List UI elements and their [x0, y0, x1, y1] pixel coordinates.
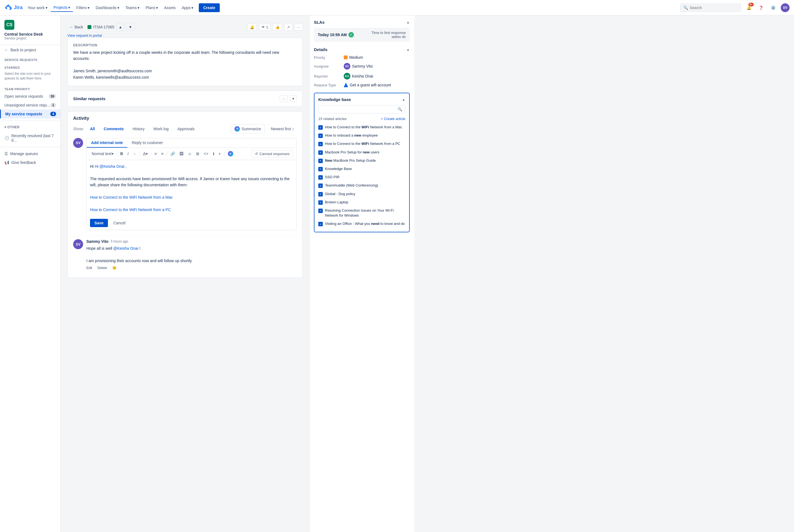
sidebar-item-unassigned[interactable]: Unassigned service requ... 1 [0, 101, 60, 110]
kb-article-icon-9: ≡ [318, 192, 323, 196]
nav-assets[interactable]: Assets [161, 4, 178, 12]
user-avatar[interactable]: SV [781, 3, 790, 12]
delete-comment-button[interactable]: Delete [97, 266, 107, 270]
text-color-button[interactable]: A▾ [141, 151, 149, 157]
filter-worklog-button[interactable]: Work log [151, 126, 171, 132]
reply-to-customer-tab[interactable]: Reply to customer [127, 138, 167, 148]
issue-nav-up[interactable]: ▲ [116, 23, 124, 31]
kb-article-11[interactable]: ≡ Resolving Connection Issues on Your Wi… [318, 206, 405, 220]
sla-collapse-button[interactable]: ▲ [406, 20, 410, 24]
table-button[interactable]: ⊞ [195, 151, 201, 157]
filter-comments-button[interactable]: Comments [101, 126, 126, 132]
kb-collapse-button[interactable]: ▲ [402, 98, 405, 101]
sort-button[interactable]: Newest first ↕ [268, 125, 297, 133]
numbered-list-button[interactable]: ≡ [160, 151, 165, 157]
create-article-button[interactable]: + Create article [381, 117, 405, 121]
search-box[interactable]: 🔍 [680, 4, 741, 12]
comment-content: Sammy Vito 5 hours ago Hope all is well … [87, 239, 192, 270]
sidebar-item-recently-resolved[interactable]: 🕐 Recently resolved (last 7 d... [0, 131, 60, 145]
summarize-button[interactable]: ✦ Summarize [231, 124, 265, 134]
internal-note-tab[interactable]: Add internal note [87, 138, 127, 148]
search-input[interactable] [690, 5, 738, 10]
image-button[interactable]: 🖼 [178, 151, 185, 157]
text-style-dropdown[interactable]: Normal text▾ [90, 151, 115, 157]
view-portal-link[interactable]: View request in portal [67, 33, 102, 38]
notify-button[interactable]: 🔔 [247, 24, 257, 31]
toolbar-separator-5 [224, 151, 224, 156]
issue-nav-down[interactable]: ▼ [126, 23, 134, 31]
save-button[interactable]: Save [90, 219, 108, 227]
kb-article-4[interactable]: ≡ Macbook Pro Setup for new users [318, 148, 405, 156]
editor-link-pc[interactable]: How to Connect to the WiFi Network from … [90, 208, 171, 212]
edit-comment-button[interactable]: Edit [87, 266, 92, 270]
create-button[interactable]: Create [199, 3, 220, 12]
similar-more-button[interactable]: ··· [280, 95, 288, 102]
give-feedback-button[interactable]: 📢 Give feedback [0, 158, 60, 167]
filter-history-button[interactable]: History [130, 126, 147, 132]
nav-your-work[interactable]: Your work ▾ [25, 4, 50, 12]
editor-toolbar: Normal text▾ B I ··· A▾ [87, 148, 296, 160]
more-actions-button[interactable]: ··· [295, 24, 302, 31]
nav-plans[interactable]: Plans ▾ [143, 4, 161, 12]
main-layout: CS Central Service Desk Service project … [0, 16, 794, 532]
filter-approvals-button[interactable]: Approvals [175, 126, 197, 132]
sidebar-item-open-requests[interactable]: Open service requests 16 [0, 92, 60, 101]
ai-sparkle-icon: ✦ [228, 151, 233, 156]
nav-apps[interactable]: Apps ▾ [179, 4, 196, 12]
kb-article-2[interactable]: ≡ How to onboard a new employee [318, 131, 405, 140]
kb-article-3[interactable]: ≡ How to Connect to the WiFi Network fro… [318, 140, 405, 148]
share-button[interactable]: ↗ [284, 24, 292, 31]
kb-article-1[interactable]: ≡ How to Connect to the WiFi Network fro… [318, 123, 405, 131]
back-to-project-button[interactable]: ← Back to project [0, 45, 60, 55]
editor-content[interactable]: Hi Hi @Keisha Onai , The requested accou… [87, 160, 296, 216]
details-collapse-button[interactable]: ▲ [406, 48, 410, 52]
back-button[interactable]: ← Back [67, 24, 85, 30]
link-button[interactable]: 🔗 [169, 151, 177, 157]
other-section-toggle[interactable]: ▾ OTHER [0, 123, 60, 131]
info-button[interactable]: ℹ [211, 151, 216, 157]
plus-button[interactable]: + [217, 151, 223, 157]
bullet-list-button[interactable]: ≡ [153, 151, 159, 157]
kb-article-5[interactable]: ≡ New MacBook Pro Setup Guide [318, 156, 405, 165]
kb-article-6[interactable]: ≡ Knowledge Base [318, 165, 405, 173]
nav-filters[interactable]: Filters ▾ [73, 4, 92, 12]
nav-projects[interactable]: Projects ▾ [51, 4, 73, 12]
kb-article-10[interactable]: ≡ Broken Laptop [318, 198, 405, 206]
kb-article-7[interactable]: ≡ SSO PIR [318, 173, 405, 181]
sidebar-item-my-requests[interactable]: My service requests 4 [0, 110, 60, 118]
cancel-button[interactable]: Cancel [110, 219, 129, 227]
kb-search-box[interactable]: 🔍 [318, 105, 405, 113]
canned-responses-button[interactable]: ↺ Canned responses [251, 150, 293, 157]
code-button[interactable]: <> [202, 151, 210, 157]
priority-label: Priority [314, 55, 341, 60]
nav-teams[interactable]: Teams ▾ [123, 4, 142, 12]
nav-dashboards[interactable]: Dashboards ▾ [93, 4, 122, 12]
reporter-label: Reporter [314, 74, 341, 78]
ai-toolbar-button[interactable]: ✦ [226, 150, 235, 157]
kb-article-9[interactable]: ≡ Global - Dog policy [318, 190, 405, 198]
emoji-button[interactable]: ☺ [186, 151, 193, 157]
kb-article-12[interactable]: ≡ Visiting an Office - What you need to … [318, 220, 405, 228]
kb-article-8[interactable]: ≡ TeamHuddle (Web Conferencing) [318, 181, 405, 190]
right-panel: SLAs ▲ Today 10:59 AM ✓ Time to first re… [309, 16, 414, 532]
italic-button[interactable]: I [126, 151, 130, 157]
comment-time: 5 hours ago [111, 240, 128, 243]
search-icon: 🔍 [683, 5, 688, 10]
settings-button[interactable]: ⚙️ [769, 3, 777, 12]
filter-all-button[interactable]: All [87, 126, 98, 132]
manage-queues-button[interactable]: ☰ Manage queues [0, 149, 60, 158]
main-content: ← Back ITSM-17065 ▲ ▼ 🔔 👁 1 [61, 16, 309, 532]
watch-button[interactable]: 👁 1 [259, 24, 271, 31]
thumbs-up-button[interactable]: 👍 [273, 24, 282, 31]
similar-expand-button[interactable]: ▾ [290, 95, 297, 102]
editor-link-mac[interactable]: How to Connect to the WiFi Network from … [90, 195, 173, 200]
chevron-down-icon: ▾ [4, 125, 6, 129]
kb-search-input[interactable] [321, 107, 396, 112]
help-button[interactable]: ❓ [756, 3, 765, 12]
jira-logo[interactable]: Jira [4, 4, 23, 12]
toolbar-separator-4 [167, 151, 167, 156]
notifications-button[interactable]: 🔔 9+ [744, 3, 753, 12]
more-formatting-button[interactable]: ··· [131, 151, 138, 157]
bold-button[interactable]: B [119, 151, 125, 157]
react-button[interactable]: 🙂 [112, 266, 116, 270]
